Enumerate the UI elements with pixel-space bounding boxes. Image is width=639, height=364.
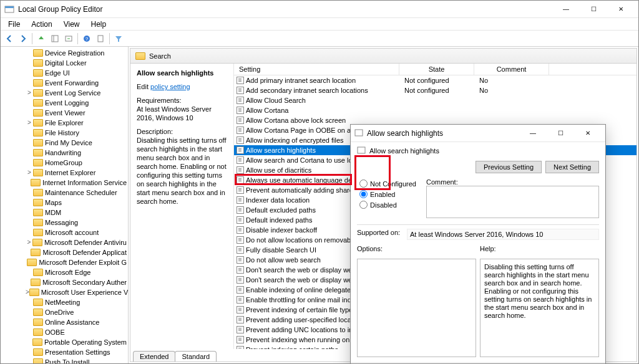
expand-icon[interactable]: > bbox=[26, 238, 32, 247]
comment-textarea[interactable] bbox=[426, 186, 599, 218]
setting-name: Allow Cortana above lock screen bbox=[246, 116, 346, 125]
menu-action[interactable]: Action bbox=[26, 19, 57, 30]
tree-item[interactable]: Microsoft account bbox=[3, 228, 128, 237]
tree-item[interactable]: File History bbox=[3, 128, 128, 138]
expand-icon[interactable]: > bbox=[26, 89, 33, 97]
setting-icon bbox=[237, 216, 244, 224]
menu-view[interactable]: View bbox=[59, 19, 85, 30]
tree-panel[interactable]: Device RegistrationDigital LockerEdge UI… bbox=[1, 47, 129, 363]
tree-item[interactable]: >Microsoft Defender Antiviru bbox=[3, 237, 128, 247]
tab-standard[interactable]: Standard bbox=[175, 351, 217, 362]
folder-icon bbox=[33, 169, 43, 176]
show-hide-icon[interactable] bbox=[49, 32, 61, 45]
policy-dialog[interactable]: Allow search highlights — ☐ ✕ Allow sear… bbox=[350, 124, 606, 363]
tree-item[interactable]: >Event Log Service bbox=[3, 88, 128, 98]
setting-icon bbox=[237, 236, 244, 244]
tree-item[interactable]: Event Forwarding bbox=[3, 78, 128, 88]
tree-item-label: Event Log Service bbox=[45, 89, 100, 97]
tree-item-label: Handwriting bbox=[45, 148, 81, 157]
dialog-maximize-button[interactable]: ☐ bbox=[547, 125, 574, 141]
titlebar[interactable]: Local Group Policy Editor — ☐ ✕ bbox=[1, 1, 638, 18]
tree-item[interactable]: Digital Locker bbox=[3, 58, 128, 68]
column-setting[interactable]: Setting bbox=[234, 64, 399, 75]
menu-file[interactable]: File bbox=[3, 19, 25, 30]
setting-icon bbox=[237, 196, 244, 204]
tree-item[interactable]: Messaging bbox=[3, 218, 128, 228]
folder-icon bbox=[33, 109, 43, 117]
tree-item[interactable]: Microsoft Edge bbox=[3, 267, 128, 277]
filter-icon[interactable] bbox=[112, 32, 125, 45]
tree-item[interactable]: Microsoft Defender Applicat bbox=[3, 247, 128, 257]
expand-icon[interactable]: > bbox=[26, 168, 33, 177]
help-pane[interactable]: Disabling this setting turns off search … bbox=[480, 259, 599, 357]
export-icon[interactable] bbox=[62, 32, 75, 45]
tree-item[interactable]: Maintenance Scheduler bbox=[3, 188, 128, 198]
tree-item[interactable]: MDM bbox=[3, 208, 128, 218]
folder-icon bbox=[27, 259, 37, 266]
maximize-button[interactable]: ☐ bbox=[580, 1, 607, 17]
back-icon[interactable] bbox=[3, 32, 16, 45]
tree-item[interactable]: >File Explorer bbox=[3, 118, 128, 128]
tree-item[interactable]: Find My Device bbox=[3, 138, 128, 148]
radio-not-configured[interactable]: Not Configured bbox=[359, 180, 416, 188]
setting-icon bbox=[237, 127, 244, 134]
tree-item-label: Event Forwarding bbox=[45, 79, 99, 87]
forward-icon[interactable] bbox=[17, 32, 29, 45]
column-state[interactable]: State bbox=[399, 64, 474, 75]
folder-icon bbox=[31, 179, 41, 186]
tree-item[interactable]: Portable Operating System bbox=[3, 337, 128, 347]
setting-row[interactable]: Allow Cortana bbox=[234, 105, 637, 115]
column-comment[interactable]: Comment bbox=[474, 64, 549, 75]
tree-item-label: Event Logging bbox=[45, 98, 89, 107]
tree-item[interactable]: Edge UI bbox=[3, 68, 128, 78]
radio-disabled[interactable]: Disabled bbox=[359, 201, 416, 209]
tree-item-label: Event Viewer bbox=[45, 108, 85, 117]
folder-icon bbox=[33, 49, 43, 57]
minimize-button[interactable]: — bbox=[552, 1, 580, 17]
tree-item[interactable]: Event Logging bbox=[3, 98, 128, 108]
tree-item[interactable]: Handwriting bbox=[3, 148, 128, 158]
tree-item[interactable]: OOBE bbox=[3, 327, 128, 337]
close-button[interactable]: ✕ bbox=[607, 1, 635, 17]
tab-extended[interactable]: Extended bbox=[133, 351, 175, 362]
tree-item[interactable]: Online Assistance bbox=[3, 317, 128, 327]
setting-state bbox=[399, 96, 474, 105]
setting-icon bbox=[237, 146, 244, 154]
setting-row[interactable]: Add secondary intranet search locationsN… bbox=[234, 85, 637, 95]
tree-item[interactable]: OneDrive bbox=[3, 307, 128, 317]
setting-name: Fully disable Search UI bbox=[246, 246, 316, 254]
expand-icon[interactable]: > bbox=[26, 118, 33, 127]
tree-item[interactable]: Push To Install bbox=[3, 357, 128, 363]
tree-item-label: Portable Operating System bbox=[44, 338, 127, 347]
tree-item[interactable]: Event Viewer bbox=[3, 108, 128, 118]
list-header[interactable]: Setting State Comment bbox=[234, 64, 637, 75]
setting-name: Add primary intranet search location bbox=[246, 76, 356, 85]
edit-policy-link[interactable]: policy setting bbox=[150, 83, 190, 90]
tree-item[interactable]: Device Registration bbox=[3, 48, 128, 58]
radio-enabled[interactable]: Enabled bbox=[359, 190, 416, 198]
tree-item[interactable]: Presentation Settings bbox=[3, 347, 128, 357]
up-icon[interactable] bbox=[35, 32, 47, 45]
tree-item[interactable]: Internet Information Service bbox=[3, 178, 128, 188]
menu-help[interactable]: Help bbox=[86, 19, 112, 30]
previous-setting-button[interactable]: Previous Setting bbox=[476, 161, 542, 173]
properties-icon[interactable] bbox=[94, 32, 107, 45]
options-pane[interactable] bbox=[357, 259, 476, 357]
setting-row[interactable]: Allow Cloud Search bbox=[234, 95, 637, 105]
dialog-minimize-button[interactable]: — bbox=[519, 125, 547, 141]
tree-item[interactable]: Microsoft Secondary Auther bbox=[3, 277, 128, 287]
tree-item[interactable]: >Microsoft User Experience V bbox=[3, 287, 128, 297]
next-setting-button[interactable]: Next Setting bbox=[545, 161, 599, 173]
app-icon bbox=[4, 4, 14, 14]
expand-icon[interactable]: > bbox=[26, 288, 29, 297]
tree-item[interactable]: Maps bbox=[3, 198, 128, 208]
setting-row[interactable]: Add primary intranet search locationNot … bbox=[234, 75, 637, 85]
tree-item-label: Microsoft Secondary Auther bbox=[42, 278, 127, 287]
tree-item[interactable]: >Internet Explorer bbox=[3, 168, 128, 178]
dialog-close-button[interactable]: ✕ bbox=[574, 125, 602, 141]
dialog-titlebar[interactable]: Allow search highlights — ☐ ✕ bbox=[351, 125, 605, 142]
tree-item[interactable]: HomeGroup bbox=[3, 158, 128, 168]
tree-item[interactable]: Microsoft Defender Exploit G bbox=[3, 257, 128, 267]
tree-item[interactable]: NetMeeting bbox=[3, 297, 128, 307]
help-icon[interactable]: ? bbox=[80, 32, 93, 45]
